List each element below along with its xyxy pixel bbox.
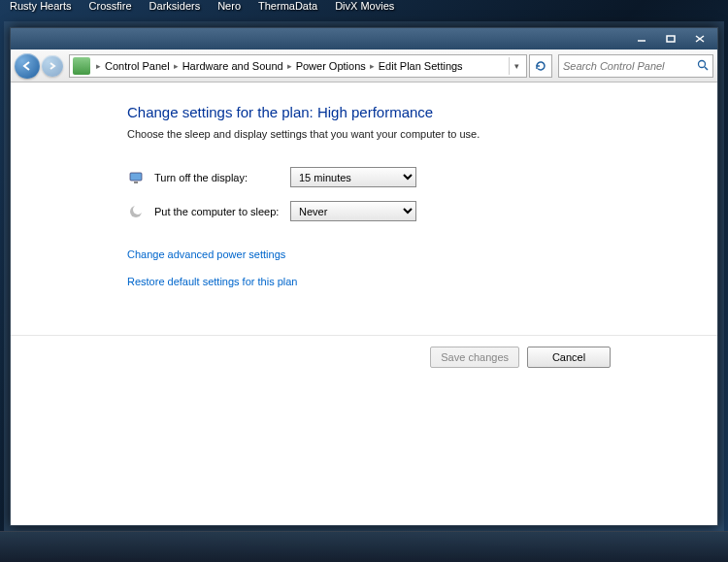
sleep-label: Put the computer to sleep:: [154, 206, 281, 217]
breadcrumb-control-panel[interactable]: Control Panel: [104, 60, 171, 72]
svg-point-4: [699, 60, 706, 67]
refresh-button[interactable]: [529, 54, 552, 78]
setting-row-display: Turn off the display: 15 minutes: [127, 167, 717, 187]
desktop-icon-label[interactable]: Rusty Hearts: [10, 0, 72, 17]
breadcrumb-dropdown[interactable]: ▾: [509, 57, 524, 75]
desktop-icon-label[interactable]: DivX Movies: [335, 0, 394, 17]
navigation-toolbar: ▸ Control Panel ▸ Hardware and Sound ▸ P…: [11, 50, 717, 83]
control-panel-icon: [73, 57, 90, 75]
moon-icon: [127, 203, 145, 220]
action-buttons: Save changes Cancel: [430, 347, 611, 368]
svg-rect-6: [130, 173, 142, 181]
chevron-right-icon[interactable]: ▸: [174, 61, 179, 71]
divider: [11, 335, 717, 336]
minimize-icon: [637, 35, 646, 43]
maximize-button[interactable]: [657, 31, 684, 47]
refresh-icon: [534, 59, 547, 73]
sleep-timeout-select[interactable]: Never: [290, 201, 416, 221]
close-button[interactable]: [686, 31, 713, 47]
maximize-icon: [666, 35, 676, 43]
display-label: Turn off the display:: [154, 172, 281, 183]
chevron-right-icon[interactable]: ▸: [96, 61, 101, 71]
arrow-left-icon: [21, 60, 33, 72]
breadcrumb-edit-plan[interactable]: Edit Plan Settings: [378, 60, 464, 72]
chevron-right-icon[interactable]: ▸: [370, 61, 375, 71]
close-icon: [695, 35, 705, 43]
svg-rect-1: [667, 36, 675, 42]
page-heading: Change settings for the plan: High perfo…: [127, 104, 717, 120]
breadcrumb-power-options[interactable]: Power Options: [295, 60, 367, 72]
svg-rect-7: [134, 182, 138, 183]
back-button[interactable]: [15, 53, 40, 79]
desktop-icons-row: Rusty Hearts Crossfire Darksiders Nero T…: [0, 0, 728, 17]
cancel-button[interactable]: Cancel: [527, 347, 611, 368]
desktop-icon-label[interactable]: ThermaData: [258, 0, 317, 17]
search-icon[interactable]: [697, 57, 709, 75]
arrow-right-icon: [48, 61, 57, 71]
search-input[interactable]: [563, 60, 709, 72]
forward-button[interactable]: [42, 55, 63, 77]
svg-line-5: [705, 67, 708, 70]
taskbar[interactable]: [0, 531, 728, 562]
links-section: Change advanced power settings Restore d…: [127, 248, 717, 287]
save-button[interactable]: Save changes: [430, 347, 519, 368]
explorer-window: ▸ Control Panel ▸ Hardware and Sound ▸ P…: [10, 27, 718, 526]
chevron-right-icon[interactable]: ▸: [287, 61, 292, 71]
breadcrumb-hardware-sound[interactable]: Hardware and Sound: [182, 60, 284, 72]
desktop-icon-label[interactable]: Nero: [217, 0, 241, 17]
restore-defaults-link[interactable]: Restore default settings for this plan: [127, 276, 717, 287]
search-box[interactable]: [558, 54, 713, 78]
display-timeout-select[interactable]: 15 minutes: [290, 167, 416, 187]
minimize-button[interactable]: [628, 31, 655, 47]
advanced-settings-link[interactable]: Change advanced power settings: [127, 248, 717, 260]
svg-point-9: [133, 205, 143, 215]
desktop-icon-label[interactable]: Darksiders: [149, 0, 201, 17]
desktop-icon-label[interactable]: Crossfire: [89, 0, 132, 17]
monitor-icon: [127, 169, 145, 186]
setting-row-sleep: Put the computer to sleep: Never: [127, 201, 717, 221]
page-subtext: Choose the sleep and display settings th…: [127, 128, 717, 140]
content-pane: Change settings for the plan: High perfo…: [11, 83, 717, 525]
address-breadcrumb[interactable]: ▸ Control Panel ▸ Hardware and Sound ▸ P…: [69, 54, 527, 78]
window-titlebar[interactable]: [11, 28, 717, 50]
